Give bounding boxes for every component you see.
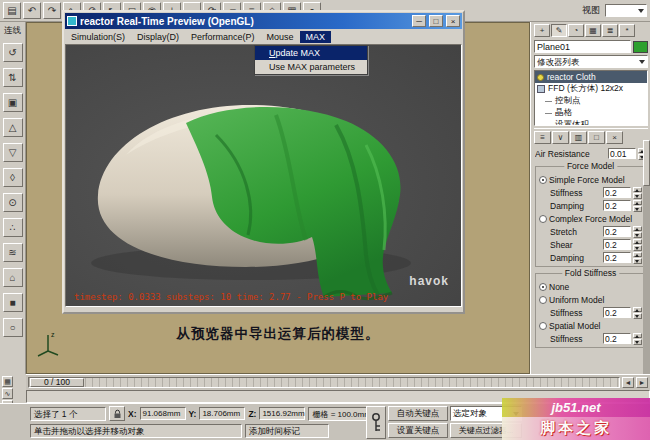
axis-constraint-icon[interactable]: ↺ bbox=[3, 43, 23, 62]
simple-stiffness-spinner[interactable] bbox=[633, 187, 642, 199]
restrict-xy-icon[interactable]: ⇅ bbox=[3, 68, 23, 87]
preview-viewport[interactable]: timestep: 0.0333 substeps: 10 time: 2.77… bbox=[65, 44, 462, 307]
window-title: reactor Real-Time Preview (OpenGL) bbox=[80, 16, 409, 27]
simple-force-radio-row: Simple Force Model bbox=[538, 173, 643, 186]
watermark-line1: jb51.net bbox=[502, 398, 650, 417]
modifier-stack-item[interactable]: FFD (长方体) 12x2x bbox=[535, 83, 647, 95]
uniform-stiffness-spinner[interactable] bbox=[633, 307, 642, 319]
view-preset-dropdown[interactable] bbox=[605, 4, 647, 17]
tab-create[interactable]: + bbox=[534, 24, 550, 37]
menu-performance[interactable]: Performance(P) bbox=[185, 31, 261, 43]
tree-branch-icon bbox=[545, 101, 552, 102]
modifier-stack-subitem[interactable]: 控制点 bbox=[535, 95, 647, 107]
tab-display[interactable]: ≣ bbox=[602, 24, 618, 37]
undo-icon[interactable]: ↶ bbox=[23, 2, 41, 19]
selection-lock-icon[interactable] bbox=[109, 406, 125, 421]
modifier-enabled-icon[interactable] bbox=[537, 74, 544, 81]
modifier-stack-subitem[interactable]: 设置体积 bbox=[535, 119, 647, 126]
uniform-stiffness-field[interactable]: 0.2 bbox=[603, 307, 631, 318]
object-color-swatch[interactable] bbox=[633, 41, 648, 53]
add-time-tag[interactable]: 添加时间标记 bbox=[245, 424, 329, 438]
minimize-icon[interactable]: ─ bbox=[412, 15, 426, 27]
simple-damping-field[interactable]: 0.2 bbox=[603, 200, 631, 211]
snap-percent-icon[interactable]: ▽ bbox=[3, 143, 23, 162]
timeline-next-key-icon[interactable]: ► bbox=[636, 377, 648, 388]
spatial-model-radio-row: Spatial Model bbox=[538, 319, 643, 332]
y-coord-field[interactable]: 18.706mm bbox=[199, 407, 245, 420]
make-unique-icon[interactable]: ▥ bbox=[570, 131, 587, 144]
set-key-button[interactable]: 设置关键点 bbox=[388, 423, 448, 438]
panel-scrollbar[interactable] bbox=[643, 140, 650, 374]
close-icon[interactable]: × bbox=[446, 15, 460, 27]
menu-mouse[interactable]: Mouse bbox=[261, 31, 300, 43]
stretch-spinner[interactable] bbox=[633, 226, 642, 238]
complex-force-radio[interactable] bbox=[539, 215, 547, 223]
fold-stiffness-group: Fold Stiffness None Uniform Model Stiffn… bbox=[535, 273, 646, 348]
z-coord-field[interactable]: 1516.92mm bbox=[259, 407, 305, 420]
timeline-slider-handle[interactable]: 0 / 100 bbox=[30, 378, 84, 387]
simple-force-radio[interactable] bbox=[539, 176, 547, 184]
left-toolbar: 连线 ↺ ⇅ ▣ △ ▽ ◊ ⊙ ∴ ≋ ⌂ ■ ○ bbox=[0, 22, 26, 374]
preview-scene bbox=[66, 45, 462, 307]
spatial-stiffness-spinner[interactable] bbox=[633, 333, 642, 345]
modifier-stack-subitem[interactable]: 晶格 bbox=[535, 107, 647, 119]
shear-spinner[interactable] bbox=[633, 239, 642, 251]
shear-field[interactable]: 0.2 bbox=[603, 239, 631, 250]
menu-max[interactable]: MAX bbox=[300, 31, 332, 43]
show-end-result-icon[interactable]: ∨ bbox=[552, 131, 569, 144]
update-max-item[interactable]: Update MAX bbox=[255, 46, 367, 60]
object-name-field[interactable]: Plane01 bbox=[534, 40, 631, 53]
pin-stack-icon[interactable]: ≡ bbox=[534, 131, 551, 144]
preview-title-bar[interactable]: reactor Real-Time Preview (OpenGL) ─ □ × bbox=[65, 13, 462, 29]
watermark: jb51.net 脚本之家 bbox=[502, 398, 650, 440]
schematic-view-icon[interactable]: ≋ bbox=[3, 243, 23, 262]
x-coord-field[interactable]: 91.068mm bbox=[140, 407, 186, 420]
spinner-snap-icon[interactable]: ◊ bbox=[3, 168, 23, 187]
watermark-line2: 脚本之家 bbox=[502, 417, 650, 440]
simple-damping-spinner[interactable] bbox=[633, 200, 642, 212]
render-scene-icon[interactable]: ■ bbox=[3, 293, 23, 312]
timeline-prev-key-icon[interactable]: ◄ bbox=[622, 377, 634, 388]
menu-simulation[interactable]: Simulation(S) bbox=[65, 31, 131, 43]
use-max-parameters-item[interactable]: Use MAX parameters bbox=[255, 60, 367, 74]
simple-stiffness-field[interactable]: 0.2 bbox=[603, 187, 631, 198]
timeline-track[interactable]: 0 / 100 bbox=[28, 377, 620, 388]
fold-none-radio[interactable] bbox=[539, 283, 547, 291]
redo-icon[interactable]: ↷ bbox=[43, 2, 61, 19]
track-view-icon[interactable]: ∴ bbox=[3, 218, 23, 237]
configure-stack-icon[interactable]: □ bbox=[588, 131, 605, 144]
fold-stiffness-title: Fold Stiffness bbox=[562, 268, 619, 278]
render-quick-icon[interactable]: ○ bbox=[3, 318, 23, 337]
snap-angle-icon[interactable]: △ bbox=[3, 118, 23, 137]
stack-tools: ≡ ∨ ▥ □ × bbox=[534, 128, 648, 144]
edit-named-selection-icon[interactable]: ⊙ bbox=[3, 193, 23, 212]
modifier-list-dropdown[interactable]: 修改器列表 bbox=[534, 55, 648, 68]
uniform-model-radio[interactable] bbox=[539, 296, 547, 304]
maximize-icon[interactable]: □ bbox=[429, 15, 443, 27]
tab-modify[interactable]: ✎ bbox=[551, 24, 567, 37]
menu-display[interactable]: Display(D) bbox=[131, 31, 185, 43]
tab-hierarchy[interactable]: ◔ bbox=[568, 24, 584, 37]
mini-curve-editor-icon[interactable]: ▦ bbox=[2, 376, 13, 387]
fold-none-radio-row: None bbox=[538, 280, 643, 293]
modifier-stack-item[interactable]: reactor Cloth bbox=[535, 71, 647, 83]
tab-motion[interactable]: ▦ bbox=[585, 24, 601, 37]
air-resistance-field[interactable]: 0.01 bbox=[608, 148, 636, 159]
stretch-field[interactable]: 0.2 bbox=[603, 226, 631, 237]
grid-toggle-icon[interactable]: ▣ bbox=[3, 93, 23, 112]
spatial-stiffness-field[interactable]: 0.2 bbox=[603, 333, 631, 344]
remove-modifier-icon[interactable]: × bbox=[606, 131, 623, 144]
uniform-model-radio-row: Uniform Model bbox=[538, 293, 643, 306]
menu-icon[interactable]: ▤ bbox=[3, 2, 21, 19]
material-editor-icon[interactable]: ⌂ bbox=[3, 268, 23, 287]
havok-logo: havok bbox=[409, 274, 449, 288]
complex-damping-field[interactable]: 0.2 bbox=[603, 252, 631, 263]
complex-damping-spinner[interactable] bbox=[633, 252, 642, 264]
tree-branch-icon bbox=[545, 113, 552, 114]
show-curves-icon[interactable]: ∿ bbox=[2, 388, 13, 399]
panel-scrollbar-thumb[interactable] bbox=[643, 140, 650, 186]
tab-utilities[interactable]: * bbox=[619, 24, 635, 37]
auto-key-button[interactable]: 自动关键点 bbox=[388, 406, 448, 421]
set-key-icon[interactable] bbox=[366, 406, 386, 439]
spatial-model-radio[interactable] bbox=[539, 322, 547, 330]
